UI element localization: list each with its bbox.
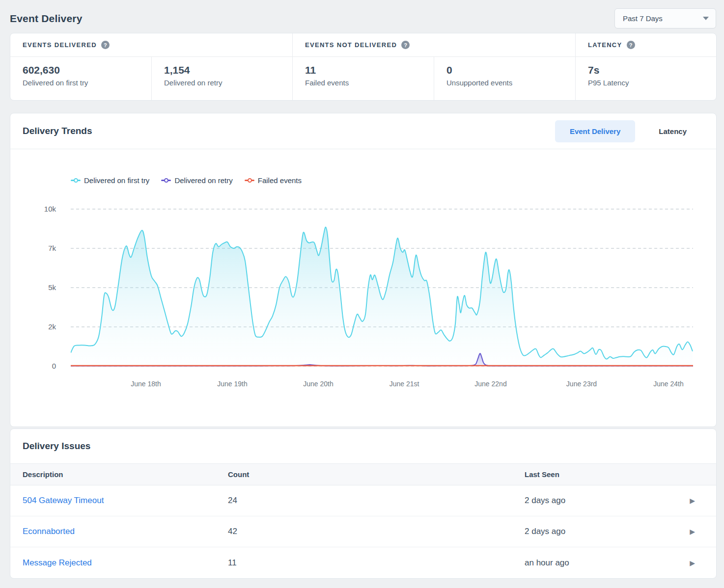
x-tick-label: June 18th (131, 380, 161, 388)
stat-value: 1,154 (164, 64, 292, 76)
x-tick-label: June 20th (303, 380, 334, 388)
stat-label: Unsupported events (446, 79, 575, 87)
stat-label: Failed events (305, 79, 434, 87)
stats-card: EVENTS DELIVERED ? EVENTS NOT DELIVERED … (10, 33, 717, 101)
stat-section-label: EVENTS DELIVERED (23, 41, 97, 49)
delivery-trends-card: Delivery Trends Event DeliveryLatency De… (10, 113, 717, 427)
series-area-0 (71, 227, 693, 366)
legend-marker-icon (71, 178, 81, 183)
delivery-trends-title: Delivery Trends (23, 126, 92, 136)
stat-value: 11 (305, 64, 434, 76)
stat-section-latency: LATENCY ? (575, 33, 716, 57)
stat-delivered-retry: 1,154 Delivered on retry (151, 57, 292, 101)
issues-table-header: Description Count Last Seen (10, 464, 716, 485)
issue-last-seen: 2 days ago (525, 527, 565, 536)
legend-item-failed-events[interactable]: Failed events (245, 176, 302, 185)
table-row[interactable]: Econnaborted422 days ago▶ (10, 516, 716, 547)
delivery-issues-title: Delivery Issues (23, 441, 90, 452)
help-icon[interactable]: ? (627, 41, 635, 49)
x-tick-label: June 22nd (474, 380, 506, 388)
legend-label: Failed events (258, 176, 302, 185)
stat-label: Delivered on first try (23, 79, 151, 87)
help-icon[interactable]: ? (401, 41, 410, 49)
table-row[interactable]: 504 Gateway Timeout242 days ago▶ (10, 485, 716, 516)
issue-last-seen: 2 days ago (525, 496, 565, 506)
y-tick-label: 2k (10, 322, 56, 331)
delivery-trends-header: Delivery Trends Event DeliveryLatency (10, 113, 716, 149)
chevron-right-icon[interactable]: ▶ (690, 559, 695, 567)
stat-section-label: EVENTS NOT DELIVERED (305, 41, 397, 49)
stat-section-events-not-delivered: EVENTS NOT DELIVERED ? (292, 33, 575, 57)
chevron-right-icon[interactable]: ▶ (690, 528, 695, 535)
chart-legend: Delivered on first tryDelivered on retry… (71, 176, 302, 185)
stat-label: P95 Latency (588, 79, 716, 87)
event-delivery-page: Event Delivery Past 7 Days EVENTS DELIVE… (0, 0, 724, 588)
help-icon[interactable]: ? (101, 41, 110, 49)
y-tick-label: 10k (10, 205, 56, 214)
trends-tab-group: Event DeliveryLatency (555, 120, 701, 142)
legend-label: Delivered on first try (84, 176, 149, 185)
stat-p95-latency: 7s P95 Latency (575, 57, 716, 101)
delivery-issues-header: Delivery Issues (10, 429, 716, 464)
issue-link[interactable]: Econnaborted (23, 527, 75, 536)
stat-value: 7s (588, 64, 716, 76)
column-count: Count (228, 470, 525, 479)
table-row[interactable]: Message Rejected11an hour ago▶ (10, 547, 716, 578)
legend-item-delivered-on-first-try[interactable]: Delivered on first try (71, 176, 149, 185)
stat-failed-events: 11 Failed events (292, 57, 434, 101)
delivery-issues-card: Delivery Issues Description Count Last S… (10, 428, 717, 579)
x-tick-label: June 19th (217, 380, 248, 388)
time-range-select[interactable]: Past 7 Days (614, 8, 716, 28)
issue-link[interactable]: 504 Gateway Timeout (23, 496, 104, 505)
column-last-seen: Last Seen (525, 470, 704, 479)
legend-item-delivered-on-retry[interactable]: Delivered on retry (161, 176, 232, 185)
issue-count: 42 (228, 527, 525, 536)
time-range-value: Past 7 Days (623, 14, 663, 23)
y-tick-label: 7k (10, 244, 56, 253)
column-description: Description (23, 470, 228, 479)
chart-plot (71, 204, 693, 368)
legend-label: Delivered on retry (174, 176, 232, 185)
tab-latency[interactable]: Latency (644, 120, 701, 142)
delivery-trends-chart: Delivered on first tryDelivered on retry… (10, 149, 716, 427)
x-tick-label: June 21st (390, 380, 419, 388)
issue-link[interactable]: Message Rejected (23, 558, 92, 567)
y-tick-label: 0 (10, 362, 56, 371)
chevron-right-icon[interactable]: ▶ (690, 497, 695, 505)
issue-count: 11 (228, 558, 525, 568)
issue-last-seen: an hour ago (525, 558, 569, 568)
stat-value: 602,630 (23, 64, 151, 76)
page-title: Event Delivery (10, 13, 83, 25)
x-tick-label: June 24th (653, 380, 684, 388)
stat-unsupported-events: 0 Unsupported events (434, 57, 575, 101)
stat-label: Delivered on retry (164, 79, 292, 87)
stat-value: 0 (446, 64, 575, 76)
stat-delivered-first-try: 602,630 Delivered on first try (10, 57, 151, 101)
stat-section-events-delivered: EVENTS DELIVERED ? (10, 33, 292, 57)
stat-section-label: LATENCY (588, 41, 622, 49)
topbar: Event Delivery Past 7 Days (0, 0, 724, 33)
issue-count: 24 (228, 496, 525, 506)
tab-event-delivery[interactable]: Event Delivery (555, 120, 635, 142)
legend-marker-icon (161, 178, 171, 183)
x-tick-label: June 23rd (566, 380, 597, 388)
legend-marker-icon (245, 178, 254, 183)
chevron-down-icon (703, 17, 709, 20)
issues-table-body: 504 Gateway Timeout242 days ago▶Econnabo… (10, 485, 716, 578)
y-tick-label: 5k (10, 283, 56, 292)
